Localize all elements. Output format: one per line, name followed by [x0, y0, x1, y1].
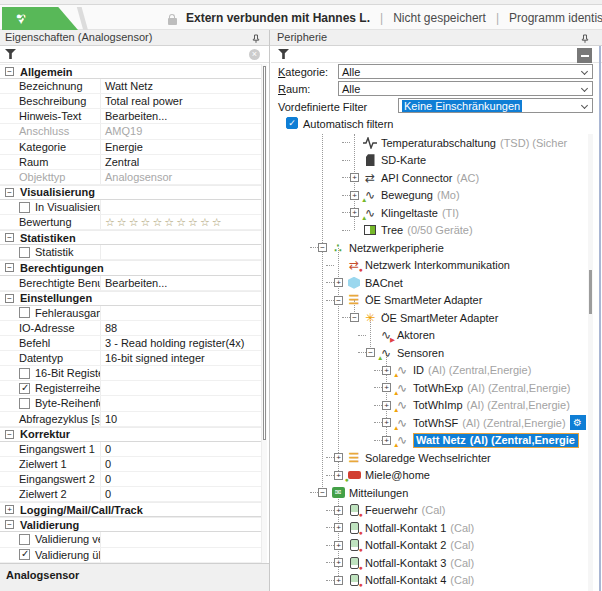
kategorie-dropdown[interactable]: Alle — [338, 64, 593, 79]
health-status-tab[interactable]: ♥ — [2, 7, 78, 30]
expand-toggle[interactable]: − — [334, 296, 343, 305]
tree-node[interactable]: +∿▲TotWhSF(AI) (Zentral,Energie)⚙ — [271, 414, 602, 432]
collapse-all-button[interactable] — [577, 48, 592, 63]
tree-node[interactable]: +●Notfall-Kontakt 4(Cal) — [271, 572, 602, 590]
tree-node[interactable]: +●Feuerwehr(Cal) — [271, 502, 602, 520]
tree-node[interactable]: +∿▲TotWhImp(AI) (Zentral,Energie) — [271, 397, 602, 415]
property-value[interactable]: 16-bit signed integer — [100, 351, 262, 365]
tree-node[interactable]: ⇄●Netzwerk Interkommunikation — [271, 257, 602, 275]
property-checkbox[interactable] — [19, 383, 30, 394]
property-value[interactable]: 0 — [100, 442, 262, 456]
expand-toggle[interactable]: + — [382, 401, 391, 410]
gear-badge[interactable]: ⚙ — [570, 415, 586, 430]
property-value[interactable] — [100, 245, 262, 259]
expand-toggle[interactable]: + — [334, 541, 343, 550]
tree-node[interactable]: Temperaturabschaltung(TSD) (Sicher — [271, 134, 602, 152]
expand-toggle[interactable]: − — [318, 243, 327, 252]
selected-tree-node[interactable]: Watt Netz(AI) (Zentral,Energie — [413, 433, 579, 448]
expand-toggle[interactable]: − — [366, 348, 375, 357]
tree-node[interactable]: Tree(0/50 Geräte) — [271, 222, 602, 240]
property-value[interactable] — [100, 548, 262, 562]
section-expand-toggle[interactable]: − — [5, 430, 14, 439]
tree-node[interactable]: +☰Solaredge Wechselrichter — [271, 449, 602, 467]
tree-node[interactable]: +∿▲ID(AI) (Zentral,Energie) — [271, 362, 602, 380]
tree-node[interactable]: +∿▲Watt Netz(AI) (Zentral,Energie — [271, 432, 602, 450]
clear-filter-icon[interactable] — [249, 49, 260, 60]
property-value[interactable] — [100, 200, 262, 214]
scrollbar-thumb[interactable] — [589, 270, 592, 314]
expand-toggle[interactable]: + — [334, 278, 343, 287]
tree-node[interactable]: +⇄API Connector(AC) — [271, 169, 602, 187]
expand-toggle[interactable]: + — [334, 576, 343, 585]
tree-node[interactable]: −✳ÖE SmartMeter Adapter — [271, 309, 602, 327]
property-value[interactable]: 10 — [100, 412, 262, 426]
property-value[interactable]: Energie — [100, 140, 262, 154]
expand-toggle[interactable]: + — [382, 383, 391, 392]
property-value[interactable]: 0 — [100, 457, 262, 471]
property-value[interactable]: Watt Netz — [100, 79, 262, 93]
expand-toggle[interactable]: − — [350, 313, 359, 322]
tree-node[interactable]: ∿▶Aktoren — [271, 327, 602, 345]
expand-toggle[interactable]: + — [350, 208, 359, 217]
tree-node[interactable]: −✉Mitteilungen — [271, 484, 602, 502]
tree-node[interactable]: +∿▲TotWhExp(AI) (Zentral,Energie) — [271, 379, 602, 397]
tree-node[interactable]: +BACnet — [271, 274, 602, 292]
section-expand-toggle[interactable]: − — [5, 520, 14, 529]
tree-node[interactable]: +●Miele@home — [271, 467, 602, 485]
property-value[interactable] — [100, 381, 262, 395]
property-checkbox[interactable] — [19, 549, 30, 560]
auto-filter-checkbox[interactable] — [286, 117, 298, 129]
property-value[interactable]: 88 — [100, 321, 262, 335]
tree-scrollbar[interactable] — [588, 134, 593, 591]
expand-toggle[interactable]: − — [318, 488, 327, 497]
property-value[interactable]: Bearbeiten... — [100, 109, 262, 123]
property-value[interactable]: Bearbeiten... — [100, 276, 262, 290]
property-value[interactable]: 0 — [100, 472, 262, 486]
expand-toggle[interactable]: + — [382, 366, 391, 375]
expand-toggle[interactable]: + — [350, 173, 359, 182]
section-expand-toggle[interactable]: − — [5, 263, 14, 272]
expand-toggle[interactable]: + — [334, 523, 343, 532]
expand-toggle[interactable]: + — [334, 453, 343, 462]
expand-toggle[interactable]: + — [334, 558, 343, 567]
raum-dropdown[interactable]: Alle — [338, 81, 593, 96]
property-checkbox[interactable] — [19, 247, 30, 258]
property-value[interactable] — [100, 532, 262, 546]
properties-filter-input[interactable] — [20, 47, 245, 61]
tree-node[interactable]: +●Notfall-Kontakt 1(Cal) — [271, 519, 602, 537]
property-value[interactable]: Zentral — [100, 155, 262, 169]
property-checkbox[interactable] — [19, 534, 30, 545]
property-value[interactable]: AMQ19 — [100, 124, 262, 138]
tree-node[interactable]: SD-Karte — [271, 152, 602, 170]
property-checkbox[interactable] — [19, 398, 30, 409]
section-expand-toggle[interactable]: + — [5, 505, 14, 514]
periphery-filter-input[interactable] — [293, 47, 578, 61]
tree-node[interactable]: +●Notfall-Kontakt 2(Cal) — [271, 537, 602, 555]
property-value[interactable]: 0 — [100, 487, 262, 501]
section-expand-toggle[interactable]: − — [5, 294, 14, 303]
property-checkbox[interactable] — [19, 368, 30, 379]
tree-node[interactable]: −∿▲Sensoren — [271, 344, 602, 362]
properties-scrollbar[interactable] — [261, 64, 267, 563]
section-expand-toggle[interactable]: − — [5, 188, 14, 197]
tree-node[interactable]: +●Notfall-Kontakt 3(Cal) — [271, 554, 602, 572]
predefined-filter-dropdown[interactable]: Keine Einschränkungen — [398, 98, 593, 113]
property-value[interactable]: 3 - Read holding register(4x) — [100, 336, 262, 350]
rating-stars[interactable]: ☆☆☆☆☆☆☆☆☆☆ — [100, 215, 262, 229]
expand-toggle[interactable]: + — [350, 191, 359, 200]
section-expand-toggle[interactable]: − — [5, 67, 14, 76]
tree-node[interactable]: −☰ÖE SmartMeter Adapter — [271, 292, 602, 310]
property-value[interactable]: Total real power — [100, 94, 262, 108]
property-value[interactable] — [100, 396, 262, 410]
section-expand-toggle[interactable]: − — [5, 233, 14, 242]
expand-toggle[interactable]: + — [382, 418, 391, 427]
property-value[interactable] — [100, 306, 262, 320]
property-checkbox[interactable] — [19, 307, 30, 318]
tree-node[interactable]: +∿▲Klingeltaste(TI) — [271, 204, 602, 222]
expand-toggle[interactable]: + — [334, 471, 343, 480]
property-value[interactable]: Analogsensor — [100, 170, 262, 184]
scrollbar-thumb[interactable] — [263, 66, 266, 440]
property-value[interactable] — [100, 366, 262, 380]
expand-toggle[interactable]: + — [334, 506, 343, 515]
expand-toggle[interactable]: + — [382, 436, 391, 445]
